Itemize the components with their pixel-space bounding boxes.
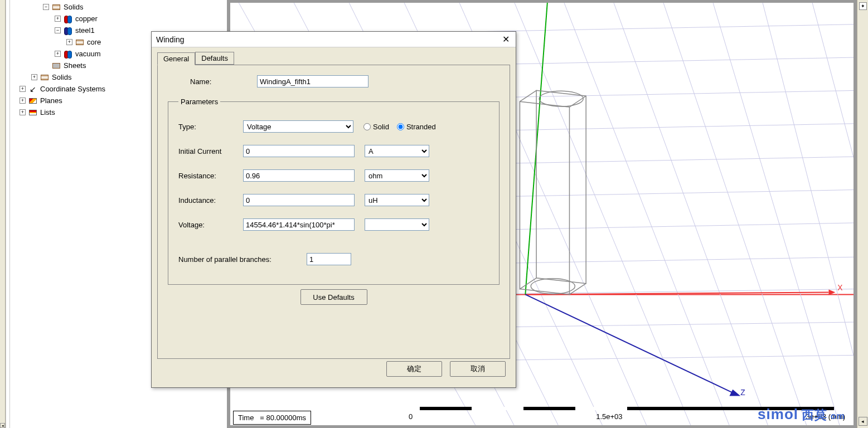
type-label: Type: <box>178 123 243 131</box>
scroll-left-button[interactable]: ◂ <box>859 417 867 426</box>
initial-current-unit[interactable]: A <box>365 145 429 157</box>
svg-point-32 <box>531 279 575 294</box>
ok-button[interactable]: 确定 <box>386 361 442 377</box>
parameters-legend: Parameters <box>178 98 220 106</box>
svg-line-23 <box>812 2 856 168</box>
parameters-fieldset: Parameters Type: Voltage Solid Stranded … <box>168 98 500 285</box>
material-icon <box>64 16 72 22</box>
svg-text:Z: Z <box>740 388 745 397</box>
conductor-type-radio[interactable]: Solid Stranded <box>363 123 436 131</box>
svg-line-20 <box>663 2 807 426</box>
box-icon <box>41 75 49 80</box>
watermark: simol 西莫om <box>758 406 845 424</box>
tab-defaults[interactable]: Defaults <box>195 52 234 65</box>
tree-item-solids[interactable]: − Solids <box>10 1 227 13</box>
panel-toggle-icon[interactable]: ✦ <box>859 2 867 10</box>
resistance-input[interactable] <box>243 169 355 182</box>
svg-line-21 <box>713 2 840 426</box>
initial-current-input[interactable] <box>243 145 355 157</box>
close-icon[interactable]: ✕ <box>500 34 511 45</box>
parallel-branches-label: Number of parallel branches: <box>178 255 307 264</box>
dialog-title: Winding <box>156 35 185 44</box>
svg-line-19 <box>614 2 768 426</box>
dialog-titlebar[interactable]: Winding ✕ <box>152 32 516 47</box>
material-icon <box>64 51 72 57</box>
voltage-input[interactable] <box>243 218 355 231</box>
type-select[interactable]: Voltage <box>243 120 353 133</box>
box-icon <box>52 4 60 10</box>
inductance-input[interactable] <box>243 194 355 206</box>
tab-general[interactable]: General <box>157 52 195 65</box>
axis-icon <box>28 85 37 94</box>
name-label: Name: <box>190 77 257 86</box>
voltage-label: Voltage: <box>178 221 243 229</box>
far-left-gutter: ◂ <box>0 0 6 428</box>
svg-line-22 <box>763 2 856 366</box>
right-gutter: ✦ ◂ <box>857 0 868 428</box>
initial-current-label: Initial Current <box>178 147 243 155</box>
cancel-button[interactable]: 取消 <box>450 361 506 377</box>
svg-line-28 <box>525 294 735 393</box>
stranded-radio[interactable] <box>397 123 404 130</box>
svg-marker-29 <box>729 390 740 396</box>
inductance-label: Inductance: <box>178 196 243 205</box>
voltage-unit[interactable] <box>365 218 429 231</box>
time-display: Time = 80.00000ms <box>233 411 311 425</box>
gutter-scroll-left[interactable]: ◂ <box>0 423 5 428</box>
tree-item-copper[interactable]: + copper <box>10 13 227 25</box>
sheet-icon <box>52 63 60 69</box>
name-input[interactable] <box>257 75 368 87</box>
resistance-unit[interactable]: ohm <box>365 169 429 182</box>
svg-line-18 <box>564 2 730 426</box>
winding-dialog: Winding ✕ General Defaults Name: Paramet… <box>151 31 516 388</box>
svg-line-17 <box>515 2 691 426</box>
left-divider <box>6 0 10 428</box>
use-defaults-button[interactable]: Use Defaults <box>300 289 367 305</box>
parallel-branches-input[interactable] <box>307 253 351 265</box>
material-icon <box>64 27 72 34</box>
svg-text:X: X <box>837 283 842 292</box>
list-icon <box>29 110 37 115</box>
plane-icon <box>29 98 37 104</box>
box-icon <box>76 40 84 45</box>
solid-radio[interactable] <box>363 123 371 130</box>
resistance-label: Resistance: <box>178 172 243 180</box>
inductance-unit[interactable]: uH <box>365 194 429 206</box>
